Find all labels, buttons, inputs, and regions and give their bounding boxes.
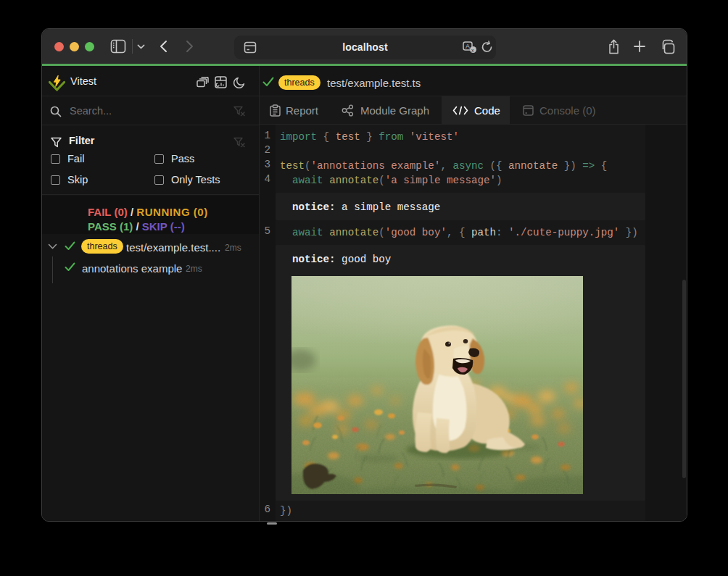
svg-text:x: x: [471, 48, 474, 53]
svg-text:A: A: [466, 43, 470, 50]
